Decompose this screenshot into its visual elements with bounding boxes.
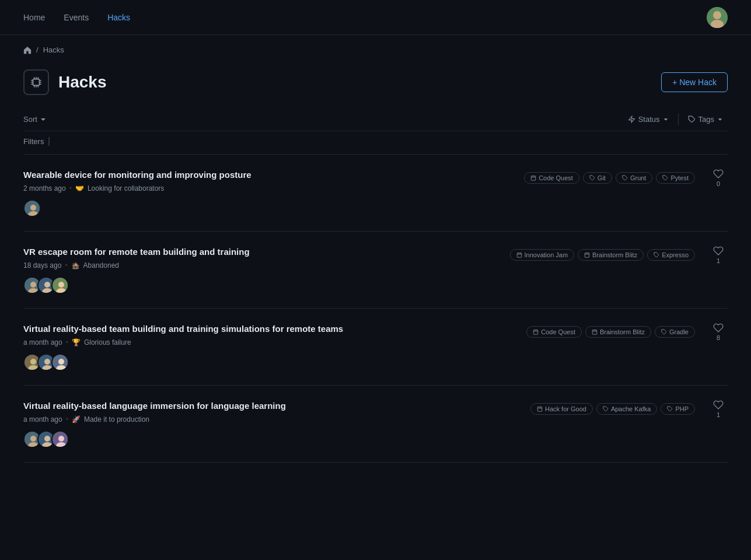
skill-tag[interactable]: PHP [661,403,695,415]
tag-icon [589,175,595,181]
svg-rect-58 [592,330,597,335]
hack-list: Wearable device for monitoring and impro… [0,155,751,463]
user-avatar[interactable] [707,7,728,28]
tag-label: Expresso [662,251,689,258]
hack-status: Looking for collaborators [88,184,164,192]
new-hack-button[interactable]: + New Hack [661,72,728,92]
avatar-3 [51,354,69,371]
heart-icon [713,246,724,256]
svg-rect-72 [537,407,542,412]
nav-events[interactable]: Events [64,13,89,22]
hack-right: Code Quest Brainstorm Blitz Gradle 8 [494,323,728,341]
hack-avatars [23,276,385,294]
status-label: Status [638,115,660,124]
like-button[interactable] [713,246,724,256]
calendar-icon [516,252,522,258]
hack-info: Virtual reality-based team building and … [23,323,385,371]
hack-time: 18 days ago [23,261,61,270]
event-label: Brainstorm Blitz [592,251,637,258]
tags-filter-button[interactable]: Tags [683,113,728,126]
like-area: 1 [709,400,728,418]
hack-right: Code Quest Git Grunt Pytest [494,169,728,187]
sort-chevron-icon [40,116,47,123]
svg-rect-3 [33,79,40,86]
hack-time: 2 months ago [23,184,66,192]
nav-home[interactable]: Home [23,13,45,22]
svg-rect-36 [517,253,522,258]
skill-tag[interactable]: Grunt [616,172,653,184]
status-emoji: 🚀 [72,415,81,424]
hack-meta: 2 months ago • 🤝 Looking for collaborato… [23,184,385,192]
filter-bar: Sort Status Tags [0,113,751,126]
tag-icon [667,406,673,412]
page-header: Hacks + New Hack [0,60,751,113]
svg-rect-40 [585,253,589,258]
hack-avatars [23,200,385,217]
like-button[interactable] [713,169,724,179]
event-tag[interactable]: Code Quest [526,326,582,338]
svg-point-70 [58,436,64,442]
skill-tag[interactable]: Expresso [647,249,695,261]
status-emoji: 🏆 [72,338,81,346]
hack-meta: a month ago • 🏆 Glorious failure [23,338,385,346]
skill-tag[interactable]: Apache Kafka [596,403,658,415]
breadcrumb: / Hacks [0,35,751,60]
svg-rect-20 [531,176,536,181]
like-count: 1 [717,411,720,418]
status-emoji: 🏚️ [71,261,80,270]
filter-right: Status Tags [623,113,728,126]
hack-right: Hack for Good Apache Kafka PHP 1 [494,400,728,418]
heart-icon [713,169,724,179]
tag-label: Git [598,174,606,181]
breadcrumb-current: Hacks [43,46,64,54]
hack-item: Wearable device for monitoring and impro… [23,155,728,232]
calendar-icon [533,329,539,335]
tag-label: PHP [675,405,689,412]
skill-tag[interactable]: Git [583,172,612,184]
filters-label: Filters [23,137,50,146]
sort-button[interactable]: Sort [23,115,47,124]
hack-tags: Hack for Good Apache Kafka PHP [530,403,695,415]
heart-icon [713,400,724,410]
filter-divider [678,114,679,125]
avatar-3 [51,276,69,294]
hack-title[interactable]: Wearable device for monitoring and impro… [23,169,385,181]
avatar-3 [51,430,69,448]
skill-tag[interactable]: Gradle [655,326,695,338]
event-label: Code Quest [539,174,573,181]
hack-meta: a month ago • 🚀 Made it to production [23,415,385,424]
nav-links: Home Events Hacks [23,13,130,22]
filters-row: Filters [0,131,751,152]
event-tag[interactable]: Hack for Good [530,403,593,415]
event-label: Code Quest [541,328,575,335]
avatar-svg [25,201,41,217]
hack-status: Abandoned [83,261,119,270]
hack-info: Virtual reality-based language immersion… [23,400,385,448]
tag-label: Gradle [669,328,689,335]
nav-hacks[interactable]: Hacks [107,13,130,22]
svg-point-67 [44,436,50,442]
hack-item: VR escape room for remote team building … [23,232,728,309]
event-tag[interactable]: Innovation Jam [510,249,575,261]
svg-point-34 [58,282,64,288]
event-tag[interactable]: Brainstorm Blitz [578,249,644,261]
top-navigation: Home Events Hacks [0,0,751,35]
avatar-svg [53,355,69,371]
breadcrumb-separator: / [36,46,39,54]
event-tag[interactable]: Code Quest [524,172,579,184]
event-tag[interactable]: Brainstorm Blitz [585,326,651,338]
hack-title[interactable]: Virtual reality-based team building and … [23,323,385,335]
hack-title[interactable]: Virtual reality-based language immersion… [23,400,385,412]
calendar-icon [592,329,598,335]
tag-icon [654,252,659,258]
event-label: Brainstorm Blitz [600,328,645,335]
like-button[interactable] [713,400,724,410]
hack-status: Glorious failure [84,338,131,346]
skill-tag[interactable]: Pytest [656,172,695,184]
hack-title[interactable]: VR escape room for remote team building … [23,246,385,258]
svg-point-49 [44,359,50,365]
status-emoji: 🤝 [75,184,84,192]
status-filter-button[interactable]: Status [623,113,673,126]
like-button[interactable] [713,323,724,333]
avatar-svg [53,278,69,294]
